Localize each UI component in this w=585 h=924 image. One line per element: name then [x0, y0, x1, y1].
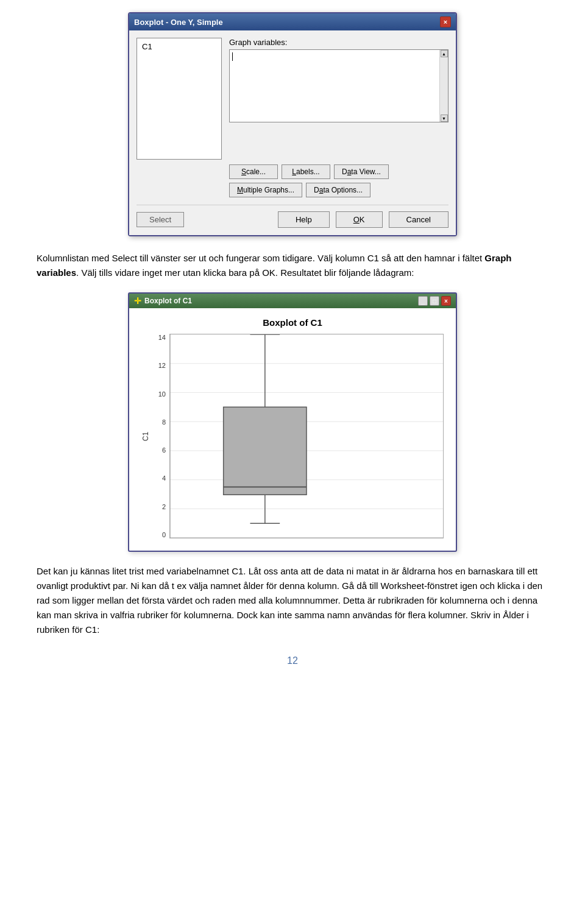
dialog-main-row: C1 Graph variables: ▲ ▼ — [136, 38, 448, 160]
scroll-down-btn[interactable]: ▼ — [441, 115, 448, 122]
chart-title: Boxplot of C1 — [141, 317, 444, 328]
boxplot-titlebar: ✛ Boxplot of C1 _ □ × — [129, 294, 456, 308]
chart-inner: C1 14 12 10 8 6 4 2 0 — [141, 334, 444, 538]
ok-button[interactable]: OK — [336, 211, 383, 228]
chart-with-ticks: 14 12 10 8 6 4 2 0 — [152, 334, 444, 538]
body-text-p1: Kolumnlistan med Select till vänster ser… — [37, 251, 548, 280]
y-ticks: 14 12 10 8 6 4 2 0 — [152, 334, 169, 538]
help-button[interactable]: Help — [278, 211, 330, 228]
scale-button[interactable]: Scale... — [229, 164, 278, 179]
boxplot-title-left: ✛ Boxplot of C1 — [134, 296, 192, 306]
text-cursor — [232, 52, 233, 61]
boxplot-window-title: Boxplot of C1 — [144, 297, 192, 305]
graph-variables-input[interactable]: ▲ ▼ — [229, 49, 448, 122]
column-list[interactable]: C1 — [136, 38, 222, 160]
labels-button[interactable]: Labels... — [282, 164, 330, 179]
dialog-close-button[interactable]: × — [440, 16, 451, 27]
y-axis-label: C1 — [141, 334, 150, 538]
boxplot-svg — [170, 334, 443, 538]
plot-area — [169, 334, 444, 538]
dialog-action-buttons: Help OK Cancel — [278, 211, 448, 228]
dialog-body: C1 Graph variables: ▲ ▼ — [129, 30, 456, 235]
boxplot-container: ✛ Boxplot of C1 _ □ × Boxplot of C1 C1 — [37, 292, 548, 552]
body-text-p1-end: . Välj tills vidare inget mer utan klick… — [76, 267, 414, 278]
body-text-p1-start: Kolumnlistan med Select till vänster ser… — [37, 253, 484, 263]
multiple-graphs-button[interactable]: Multiple Graphs... — [229, 183, 302, 197]
select-button[interactable]: Select — [136, 212, 184, 227]
boxplot-chart-area: Boxplot of C1 C1 14 12 10 8 6 4 2 — [129, 308, 456, 551]
body-text-p2: Det kan ju kännas litet trist med variab… — [37, 564, 548, 637]
boxplot-window: ✛ Boxplot of C1 _ □ × Boxplot of C1 C1 — [128, 292, 457, 552]
graph-variables-section: Graph variables: ▲ ▼ — [229, 38, 448, 160]
scroll-up-btn[interactable]: ▲ — [441, 50, 448, 57]
cancel-button[interactable]: Cancel — [389, 211, 448, 228]
dialog-buttons-row2: Multiple Graphs... Data Options... — [229, 183, 448, 197]
graph-variables-label: Graph variables: — [229, 38, 448, 47]
maximize-button[interactable]: □ — [430, 296, 439, 306]
y-tick-10: 10 — [158, 390, 166, 398]
close-button[interactable]: × — [441, 296, 451, 306]
y-tick-4: 4 — [162, 474, 166, 482]
graph-variables-wrapper: ▲ ▼ — [229, 49, 448, 122]
y-tick-8: 8 — [162, 418, 166, 426]
boxplot-dialog: Boxplot - One Y, Simple × C1 Graph varia… — [128, 12, 457, 236]
data-view-button[interactable]: Data View... — [334, 164, 389, 179]
data-options-button[interactable]: Data Options... — [306, 183, 370, 197]
y-tick-2: 2 — [162, 503, 166, 510]
window-controls: _ □ × — [418, 296, 451, 306]
svg-rect-10 — [224, 407, 307, 495]
dialog-title: Boxplot - One Y, Simple — [134, 18, 223, 27]
dialog-bottom-row: Select Help OK Cancel — [136, 205, 448, 228]
y-tick-0: 0 — [162, 531, 166, 538]
column-list-item-c1[interactable]: C1 — [140, 41, 219, 52]
scroll-track — [440, 57, 448, 115]
dialog-titlebar: Boxplot - One Y, Simple × — [129, 13, 456, 30]
dialog-buttons-row1: Scale... Labels... Data View... — [229, 164, 448, 179]
y-tick-14: 14 — [158, 334, 166, 341]
y-tick-6: 6 — [162, 446, 166, 454]
boxplot-title-icon: ✛ — [134, 296, 141, 306]
minimize-button[interactable]: _ — [418, 296, 428, 306]
y-tick-12: 12 — [158, 362, 166, 369]
input-scrollbar: ▲ ▼ — [439, 50, 448, 122]
dialog-container: Boxplot - One Y, Simple × C1 Graph varia… — [37, 12, 548, 236]
page-number: 12 — [37, 655, 548, 666]
